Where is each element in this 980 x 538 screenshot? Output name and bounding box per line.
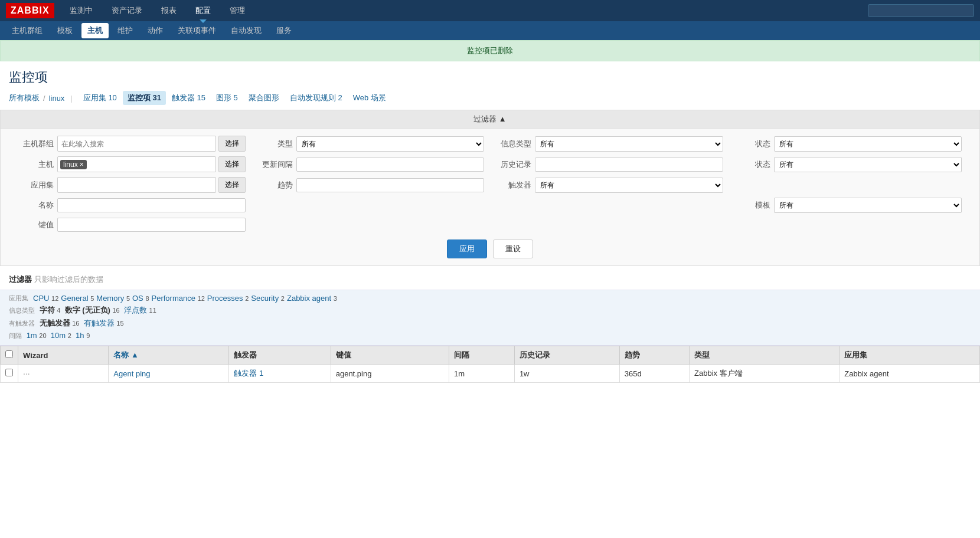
filter-info: 过滤器 只影响过滤后的数据 — [0, 272, 980, 290]
top-navbar: ZABBIX 监测中 资产记录 报表 配置 管理 — [0, 0, 980, 21]
summary-infotype-char[interactable]: 字符 4 — [40, 306, 61, 314]
summary-interval-10m[interactable]: 10m 2 — [51, 331, 71, 340]
filter-appset-row: 应用集 选择 — [18, 177, 246, 193]
summary-appset-memory[interactable]: Memory 5 — [96, 294, 130, 303]
filter-template-select[interactable]: 所有 — [774, 198, 962, 213]
filter-status2-select[interactable]: 所有 — [774, 157, 962, 172]
summary-triggers-label: 有触发器 — [9, 320, 35, 327]
row-trigger-link[interactable]: 触发器 1 — [234, 369, 263, 378]
filter-host-tag: linux × — [60, 160, 87, 169]
filter-host-tag-wrap[interactable]: linux × — [57, 156, 216, 172]
filter-status1-select[interactable]: 所有 — [774, 136, 962, 152]
breadcrumb-all-templates[interactable]: 所有模板 — [9, 93, 40, 103]
nav-item-monitor[interactable]: 监测中 — [66, 3, 96, 18]
summary-appset-security[interactable]: Security 2 — [251, 294, 285, 303]
row-checkbox[interactable] — [5, 369, 13, 376]
summary-infotypes-label: 信息类型 — [9, 307, 35, 314]
filter-keyvalue-input[interactable] — [57, 218, 246, 232]
summary-appset-performance[interactable]: Performance 12 — [152, 294, 205, 303]
summary-has-trigger[interactable]: 有触发器 15 — [84, 319, 124, 327]
summary-appset-general[interactable]: General 5 — [61, 294, 94, 303]
summary-appset-cpu[interactable]: CPU 12 — [33, 294, 58, 303]
filter-trigger-label: 触发器 — [496, 180, 531, 191]
logo: ZABBIX — [6, 3, 54, 18]
filter-section: 过滤器 ▲ 主机群组 选择 类型 所有 信息类型 — [0, 110, 980, 266]
tab-screens[interactable]: 聚合图形 — [244, 91, 284, 105]
filter-hostgroup-row: 主机群组 选择 — [18, 136, 246, 152]
sub-nav-maintenance[interactable]: 维护 — [112, 23, 139, 38]
filter-keyvalue-label: 键值 — [18, 219, 54, 230]
filter-status2-control: 所有 — [774, 157, 962, 172]
summary-intervals-section: 间隔 1m 20 10m 2 1h 9 — [9, 331, 971, 340]
filter-appset-input[interactable] — [57, 177, 216, 193]
nav-item-admin[interactable]: 管理 — [226, 3, 249, 18]
summary-appset-os[interactable]: OS 8 — [132, 294, 149, 303]
filter-updateinterval-input[interactable] — [296, 158, 485, 172]
table-col-history: 历史记录 — [514, 346, 619, 365]
filter-host-input[interactable] — [89, 160, 125, 169]
breadcrumb-current[interactable]: linux — [49, 94, 65, 103]
items-table: Wizard 名称 ▲ 触发器 键值 间隔 历史记录 趋势 类型 应用集 ··· — [0, 346, 980, 383]
table-col-trigger: 触发器 — [229, 346, 331, 365]
nav-item-config[interactable]: 配置 — [192, 3, 214, 18]
tab-triggers[interactable]: 触发器 15 — [167, 91, 210, 105]
filter-template-label: 模板 — [735, 200, 770, 211]
tab-graphs[interactable]: 图形 5 — [211, 91, 243, 105]
table-col-name[interactable]: 名称 ▲ — [109, 346, 229, 365]
row-checkbox-cell — [1, 365, 18, 383]
filter-type-select[interactable]: 所有 — [296, 136, 485, 152]
filter-hostgroup-btn[interactable]: 选择 — [218, 136, 246, 152]
summary-interval-1h[interactable]: 1h 9 — [76, 331, 90, 340]
filter-info-note: 只影响过滤后的数据 — [34, 275, 103, 284]
row-appset-cell: Zabbix agent — [839, 365, 980, 383]
filter-status2-row: 状态 所有 — [735, 157, 962, 172]
tab-items[interactable]: 监控项 31 — [123, 91, 166, 105]
nav-item-assets[interactable]: 资产记录 — [108, 3, 146, 18]
filter-actions: 应用 重设 — [18, 240, 962, 258]
page-title: 监控项 — [0, 61, 980, 91]
summary-infotype-uint[interactable]: 数字 (无正负) 16 — [65, 306, 120, 314]
row-name-link[interactable]: Agent ping — [113, 369, 150, 378]
summary-interval-1m[interactable]: 1m 20 — [27, 331, 47, 340]
summary-appsets-label: 应用集 — [9, 294, 28, 303]
table-row: ··· Agent ping 触发器 1 agent.ping 1m 1w 36… — [1, 365, 980, 383]
filter-name-input[interactable] — [57, 198, 246, 212]
tab-web[interactable]: Web 场景 — [348, 91, 391, 105]
filter-apply-btn[interactable]: 应用 — [447, 240, 487, 258]
sub-nav-hostgroups[interactable]: 主机群组 — [6, 23, 48, 38]
sub-nav-correlations[interactable]: 关联项事件 — [172, 23, 222, 38]
filter-appset-label: 应用集 — [18, 180, 54, 191]
tab-appsets[interactable]: 应用集 10 — [79, 91, 122, 105]
row-keyval-cell: agent.ping — [331, 365, 449, 383]
filter-toggle[interactable]: 过滤器 ▲ — [1, 110, 979, 129]
sub-nav-actions[interactable]: 动作 — [142, 23, 169, 38]
sub-nav-discovery[interactable]: 自动发现 — [225, 23, 267, 38]
filter-infotype-select[interactable]: 所有 — [535, 136, 723, 152]
search-input[interactable] — [868, 4, 974, 17]
filter-trend-label: 趋势 — [257, 180, 293, 191]
filter-host-btn[interactable]: 选择 — [218, 156, 246, 172]
summary-no-trigger[interactable]: 无触发器 16 — [40, 319, 80, 327]
filter-trigger-select[interactable]: 所有 — [535, 178, 723, 193]
filter-infotype-row: 信息类型 所有 — [496, 136, 723, 152]
summary-appset-zabbix[interactable]: Zabbix agent 3 — [287, 294, 337, 303]
select-all-checkbox[interactable] — [5, 350, 13, 358]
sub-nav-templates[interactable]: 模板 — [51, 23, 79, 38]
tab-discovery[interactable]: 自动发现规则 2 — [285, 91, 347, 105]
summary-appset-processes[interactable]: Processes 2 — [207, 294, 249, 303]
filter-hostgroup-input[interactable] — [57, 136, 216, 152]
sub-nav-hosts[interactable]: 主机 — [81, 23, 109, 38]
filter-host-tag-close[interactable]: × — [80, 160, 84, 169]
table-header-row: Wizard 名称 ▲ 触发器 键值 间隔 历史记录 趋势 类型 应用集 — [1, 346, 980, 365]
sub-nav-services[interactable]: 服务 — [270, 23, 298, 38]
filter-appset-btn[interactable]: 选择 — [218, 177, 246, 193]
filter-history-input[interactable] — [535, 158, 723, 172]
filter-reset-btn[interactable]: 重设 — [493, 240, 533, 258]
filter-trend-input[interactable] — [296, 178, 485, 192]
top-search[interactable] — [868, 4, 974, 17]
nav-item-reports[interactable]: 报表 — [158, 3, 180, 18]
table-col-keyval: 键值 — [331, 346, 449, 365]
filter-trend-row: 趋势 — [257, 178, 485, 192]
filter-updateinterval-label: 更新间隔 — [257, 159, 293, 170]
summary-infotype-float[interactable]: 浮点数 11 — [124, 306, 156, 314]
